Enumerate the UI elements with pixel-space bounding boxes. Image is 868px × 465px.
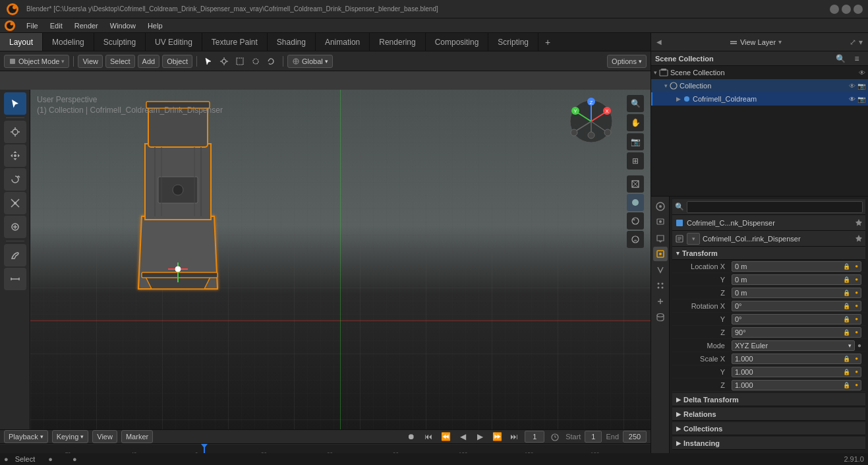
- timeline-record-btn[interactable]: ⏺: [405, 430, 418, 443]
- ortho-btn[interactable]: ⊞: [627, 152, 644, 170]
- cursor-tool[interactable]: [217, 54, 231, 69]
- close-button[interactable]: ✕: [854, 5, 863, 14]
- minimize-button[interactable]: ─: [830, 5, 839, 14]
- toolbar-rotate[interactable]: [4, 168, 26, 191]
- mode-selector[interactable]: Object Mode ▾: [4, 55, 69, 68]
- transform-header[interactable]: ▾ Transform: [672, 247, 865, 260]
- collections-header[interactable]: ▶ Collections: [672, 422, 865, 435]
- toolbar-annotate[interactable]: [4, 244, 26, 266]
- toolbar-select[interactable]: [4, 92, 26, 115]
- outliner-filter-btn[interactable]: ≡: [850, 51, 864, 66]
- timeline-play-back-btn[interactable]: ◀: [456, 430, 469, 443]
- lasso-select-tool[interactable]: [264, 54, 279, 69]
- scale-y-lock[interactable]: 🔒: [843, 369, 850, 375]
- obj-pin-btn[interactable]: [855, 218, 863, 228]
- menu-window[interactable]: Window: [105, 20, 141, 31]
- obj-render-eye[interactable]: 📷: [857, 96, 865, 103]
- rotation-z-lock[interactable]: 🔒: [843, 329, 850, 336]
- scale-y-value[interactable]: 1.000 🔒 ●: [732, 367, 861, 377]
- menu-render[interactable]: Render: [69, 20, 103, 31]
- tab-compositing[interactable]: Compositing: [426, 33, 489, 51]
- navigation-gizmo[interactable]: Z X Y: [565, 95, 618, 148]
- right-panel-filter[interactable]: ▾: [859, 38, 863, 47]
- toolbar-move[interactable]: [4, 144, 26, 167]
- prop-render-icon[interactable]: [653, 215, 668, 230]
- prop-scene-icon[interactable]: [653, 199, 668, 214]
- obj-eye[interactable]: 👁: [849, 96, 855, 103]
- toolbar-cursor[interactable]: [4, 121, 26, 143]
- prop-search-input[interactable]: [687, 201, 863, 213]
- data-pin-btn[interactable]: [855, 234, 863, 243]
- prop-modifier-icon[interactable]: [653, 263, 668, 277]
- prop-object-icon[interactable]: [653, 247, 668, 261]
- outliner-scene-collection[interactable]: ▾ Scene Collection 👁: [651, 66, 868, 79]
- tab-animation[interactable]: Animation: [316, 33, 370, 51]
- tab-sculpting[interactable]: Sculpting: [94, 33, 146, 51]
- coll-eye[interactable]: 👁: [849, 82, 855, 90]
- rotation-x-value[interactable]: 0° 🔒 ●: [732, 301, 861, 311]
- rotation-x-lock[interactable]: 🔒: [843, 303, 850, 309]
- tab-shading[interactable]: Shading: [268, 33, 316, 51]
- rotation-z-dot[interactable]: ●: [855, 329, 858, 335]
- scale-z-dot[interactable]: ●: [855, 382, 858, 388]
- add-menu[interactable]: Add: [138, 55, 160, 68]
- location-y-dot[interactable]: ●: [855, 276, 858, 282]
- tab-uv-editing[interactable]: UV Editing: [146, 33, 202, 51]
- location-x-value[interactable]: 0 m 🔒 ●: [732, 261, 861, 272]
- add-workspace-button[interactable]: +: [538, 33, 557, 51]
- rotation-z-value[interactable]: 90° 🔒 ●: [732, 327, 861, 338]
- rotation-y-dot[interactable]: ●: [855, 316, 858, 322]
- right-panel-collapse-icon[interactable]: ◀: [656, 38, 662, 46]
- tab-texture-paint[interactable]: Texture Paint: [202, 33, 268, 51]
- timeline-next-frame-btn[interactable]: ⏩: [490, 430, 504, 443]
- prop-particles-icon[interactable]: [653, 278, 668, 293]
- solid-btn[interactable]: [627, 194, 644, 211]
- options-btn[interactable]: Options ▾: [607, 55, 647, 68]
- mode-dot[interactable]: ●: [857, 342, 861, 349]
- tab-rendering[interactable]: Rendering: [370, 33, 425, 51]
- scene-coll-eye[interactable]: 👁: [859, 69, 865, 77]
- wireframe-btn[interactable]: [627, 175, 644, 193]
- scale-z-value[interactable]: 1.000 🔒 ●: [732, 380, 861, 390]
- location-z-value[interactable]: 0 m 🔒 ●: [732, 288, 861, 298]
- location-z-lock[interactable]: 🔒: [843, 290, 850, 296]
- marker-menu[interactable]: Marker: [121, 430, 153, 443]
- end-frame-input[interactable]: 250: [623, 431, 647, 443]
- view-timeline-menu[interactable]: View: [92, 430, 117, 443]
- scale-x-lock[interactable]: 🔒: [843, 356, 850, 362]
- select-tool[interactable]: [201, 54, 216, 69]
- hand-btn[interactable]: ✋: [627, 114, 644, 131]
- global-selector[interactable]: Global ▾: [287, 55, 333, 68]
- timeline-prev-frame-btn[interactable]: ⏪: [439, 430, 452, 443]
- material-preview-btn[interactable]: [627, 212, 644, 230]
- camera-vp-btn[interactable]: 📷: [627, 133, 644, 150]
- rotation-x-dot[interactable]: ●: [855, 303, 858, 309]
- rotation-mode-dropdown[interactable]: XYZ Euler ▾: [732, 340, 855, 351]
- location-x-lock[interactable]: 🔒: [843, 263, 850, 270]
- location-x-dot[interactable]: ●: [855, 263, 858, 269]
- rendered-btn[interactable]: [627, 231, 644, 248]
- keying-menu[interactable]: Keying ▾: [52, 430, 89, 443]
- location-y-lock[interactable]: 🔒: [843, 276, 850, 283]
- scale-x-value[interactable]: 1.000 🔒 ●: [732, 354, 861, 364]
- tab-layout[interactable]: Layout: [0, 33, 43, 51]
- menu-blender-logo[interactable]: [3, 18, 17, 33]
- prop-data-icon[interactable]: [653, 310, 668, 325]
- menu-edit[interactable]: Edit: [45, 20, 68, 31]
- rotation-y-value[interactable]: 0° 🔒 ●: [732, 314, 861, 325]
- viewport[interactable]: User Perspective (1) Collection | Cofrim…: [0, 71, 651, 429]
- delta-transform-header[interactable]: ▶ Delta Transform: [672, 393, 865, 406]
- data-icon-picker[interactable]: ▾: [687, 233, 700, 245]
- scale-x-dot[interactable]: ●: [855, 356, 858, 361]
- paint-select-tool[interactable]: [248, 54, 263, 69]
- location-z-dot[interactable]: ●: [855, 290, 858, 295]
- coll-render-eye[interactable]: 📷: [857, 82, 865, 90]
- rotation-y-lock[interactable]: 🔒: [843, 316, 850, 323]
- maximize-button[interactable]: □: [842, 5, 851, 14]
- scale-z-lock[interactable]: 🔒: [843, 382, 850, 388]
- menu-file[interactable]: File: [21, 20, 43, 31]
- toolbar-measure[interactable]: [4, 268, 26, 290]
- box-select-tool[interactable]: [233, 54, 247, 69]
- data-name-value[interactable]: Cofrimell_Col...rink_Dispenser: [703, 235, 801, 243]
- obj-name-value[interactable]: Cofrimell_C...nk_Dispenser: [687, 219, 775, 227]
